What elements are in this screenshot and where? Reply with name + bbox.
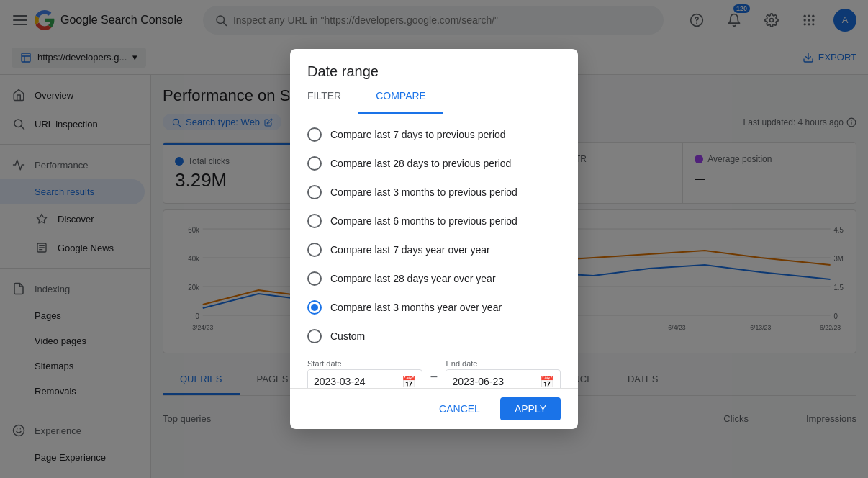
end-date-input[interactable] (446, 370, 534, 388)
radio-label-last3m-prev: Compare last 3 months to previous period (330, 186, 517, 198)
radio-custom[interactable]: Custom (290, 322, 578, 351)
dialog-overlay[interactable]: Date range FILTER COMPARE Compare last 7… (0, 0, 868, 478)
cancel-button[interactable]: CANCEL (425, 397, 494, 420)
date-range-dialog: Date range FILTER COMPARE Compare last 7… (290, 49, 578, 429)
radio-circle-last28-yoy (307, 271, 322, 286)
dialog-header: Date range (290, 49, 578, 80)
start-date-input[interactable] (308, 370, 396, 388)
dialog-body: Compare last 7 days to previous period C… (290, 114, 578, 388)
radio-label-last6m-prev: Compare last 6 months to previous period (330, 215, 517, 227)
dialog-footer: CANCEL APPLY (290, 388, 578, 429)
start-date-calendar-icon[interactable]: 📅 (396, 375, 422, 389)
dialog-tab-filter[interactable]: FILTER (290, 80, 358, 114)
radio-circle-last7-prev (307, 127, 322, 142)
radio-label-last3m-yoy: Compare last 3 months year over year (330, 302, 502, 313)
radio-label-last28-prev: Compare last 28 days to previous period (330, 158, 511, 169)
radio-circle-last3m-prev (307, 185, 322, 199)
date-group-end: End date 📅 (446, 359, 561, 388)
radio-last28-yoy[interactable]: Compare last 28 days year over year (290, 264, 578, 293)
dialog-tab-compare[interactable]: COMPARE (358, 80, 443, 114)
date-separator-1: – (428, 370, 440, 383)
end-date-calendar-icon[interactable]: 📅 (534, 375, 560, 389)
radio-last6m-prev[interactable]: Compare last 6 months to previous period (290, 207, 578, 235)
dialog-title: Date range (307, 63, 561, 80)
radio-circle-last6m-prev (307, 214, 322, 228)
date-fields-primary: Start date 📅 – End date 📅 (290, 353, 578, 388)
radio-circle-last3m-yoy (307, 300, 322, 315)
radio-last7-yoy[interactable]: Compare last 7 days year over year (290, 235, 578, 264)
radio-label-last7-yoy: Compare last 7 days year over year (330, 244, 490, 256)
date-group-start: Start date 📅 (307, 359, 422, 388)
radio-circle-last28-prev (307, 156, 322, 171)
radio-label-last7-prev: Compare last 7 days to previous period (330, 129, 506, 140)
radio-circle-custom (307, 329, 322, 343)
end-date-input-row: 📅 (446, 369, 561, 388)
radio-label-last28-yoy: Compare last 28 days year over year (330, 273, 496, 284)
radio-circle-last7-yoy (307, 243, 322, 257)
radio-last3m-yoy[interactable]: Compare last 3 months year over year (290, 293, 578, 322)
apply-button[interactable]: APPLY (500, 397, 561, 420)
start-date-input-row: 📅 (307, 369, 422, 388)
radio-last28-prev[interactable]: Compare last 28 days to previous period (290, 149, 578, 178)
radio-last3m-prev[interactable]: Compare last 3 months to previous period (290, 178, 578, 207)
dialog-tabs: FILTER COMPARE (290, 80, 578, 114)
radio-label-custom: Custom (330, 330, 365, 342)
radio-last7-prev[interactable]: Compare last 7 days to previous period (290, 120, 578, 149)
end-date-label: End date (446, 359, 561, 368)
start-date-label: Start date (307, 359, 422, 368)
